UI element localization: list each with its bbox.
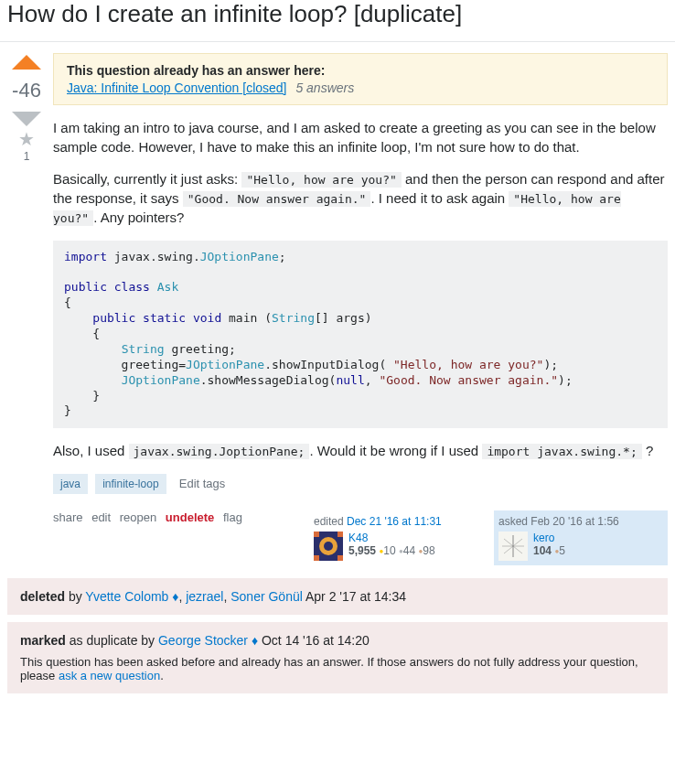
- deleter-user-link[interactable]: Yvette Colomb ♦: [85, 589, 178, 604]
- ask-time: Feb 20 '16 at 1:56: [530, 515, 618, 528]
- tag-java[interactable]: java: [53, 474, 88, 494]
- share-link[interactable]: share: [53, 510, 83, 524]
- svg-rect-7: [314, 555, 319, 561]
- question-title: How do I create an infinite loop? [dupli…: [0, 0, 675, 41]
- asker-avatar[interactable]: [498, 532, 528, 561]
- asker-card: asked Feb 20 '16 at 1:56 kero 104 ●5: [494, 510, 668, 565]
- flag-link[interactable]: flag: [223, 510, 242, 524]
- favorite-count: 1: [7, 150, 46, 163]
- duplicate-link[interactable]: Java: Infinite Loop Convention [closed]: [67, 81, 287, 95]
- svg-point-4: [324, 542, 333, 551]
- editor-bronze-count: 98: [423, 544, 434, 557]
- svg-rect-6: [338, 532, 343, 537]
- downvote-button[interactable]: [7, 110, 46, 128]
- editor-name-link[interactable]: K48: [348, 532, 435, 544]
- inline-code: "Hello, how are you?": [241, 172, 401, 188]
- tag-list: java infinite-loop Edit tags: [53, 474, 668, 494]
- favorite-button[interactable]: ★: [7, 128, 46, 150]
- svg-marker-0: [12, 55, 41, 70]
- marker-user-link[interactable]: George Stocker ♦: [158, 633, 258, 648]
- marked-notice: marked as duplicate by George Stocker ♦ …: [7, 622, 668, 693]
- deleted-notice: deleted by Yvette Colomb ♦, jezrael, Son…: [7, 578, 668, 615]
- asker-bronze-count: 5: [559, 544, 565, 557]
- deleted-time: Apr 2 '17 at 14:34: [303, 589, 406, 604]
- deleted-label: deleted: [20, 589, 65, 604]
- svg-marker-1: [12, 112, 41, 126]
- duplicate-answer-count: 5 answers: [295, 81, 354, 95]
- code-block: import javax.swing.JOptionPane; public c…: [53, 241, 668, 429]
- duplicate-header: This question already has an answer here…: [67, 63, 654, 78]
- asker-rep: 104: [533, 544, 552, 557]
- asker-name-link[interactable]: kero: [533, 532, 565, 544]
- inline-code: "Good. Now answer again.": [183, 191, 371, 207]
- marked-label: marked: [20, 633, 66, 648]
- post-body: I am taking an intro to java course, and…: [53, 118, 668, 461]
- svg-rect-8: [338, 555, 343, 561]
- title-divider: [0, 41, 675, 42]
- editor-gold-count: 10: [383, 544, 395, 557]
- ask-new-question-link[interactable]: ask a new question: [59, 669, 160, 682]
- deleter-user-link[interactable]: Soner Gönül: [230, 589, 303, 604]
- editor-card: edited Dec 21 '16 at 11:31 K48 5,955 ●10…: [309, 510, 483, 565]
- post-para-3: Also, I used javax.swing.JoptionPane;. W…: [53, 441, 668, 460]
- upvote-button[interactable]: [7, 53, 46, 71]
- editor-rep: 5,955: [348, 544, 376, 557]
- deleter-user-link[interactable]: jezrael: [186, 589, 223, 604]
- undelete-link[interactable]: undelete: [166, 510, 214, 524]
- reopen-link[interactable]: reopen: [120, 510, 156, 524]
- post-para-2: Basically, currently it just asks: "Hell…: [53, 169, 668, 228]
- post-actions: share edit reopen undelete flag: [53, 510, 248, 524]
- edit-link[interactable]: edit: [91, 510, 111, 524]
- vote-score: -46: [7, 71, 46, 110]
- edit-time-link[interactable]: Dec 21 '16 at 11:31: [347, 515, 442, 528]
- editor-silver-count: 44: [403, 544, 415, 557]
- editor-avatar[interactable]: [314, 532, 343, 561]
- post-para-1: I am taking an intro to java course, and…: [53, 118, 668, 156]
- tag-infinite-loop[interactable]: infinite-loop: [95, 474, 166, 494]
- marked-time: Oct 14 '16 at 14:20: [258, 633, 370, 648]
- svg-rect-5: [314, 532, 319, 537]
- inline-code: javax.swing.JoptionPane;: [129, 444, 310, 459]
- duplicate-notice: This question already has an answer here…: [53, 53, 668, 105]
- inline-code: import javax.swing.*;: [482, 444, 641, 459]
- edit-tags-link[interactable]: Edit tags: [179, 477, 226, 490]
